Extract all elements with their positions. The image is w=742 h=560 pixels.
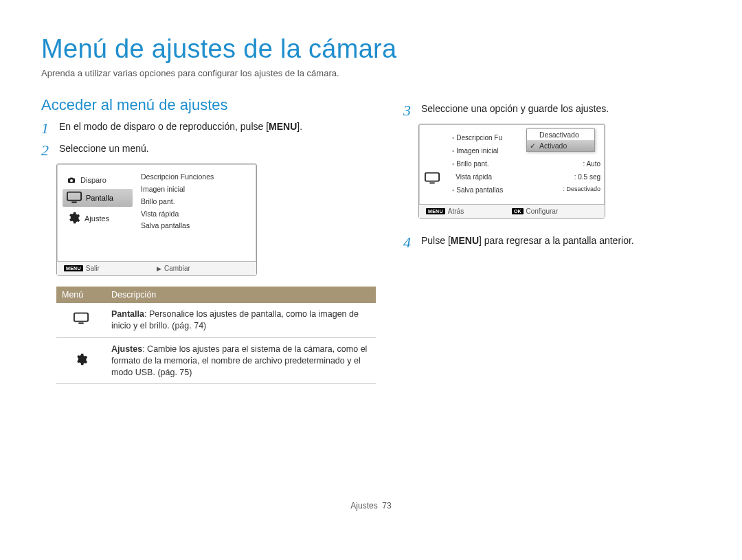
svg-rect-3 <box>78 323 83 324</box>
footer-left: Atrás <box>448 208 464 215</box>
svg-rect-0 <box>67 192 81 201</box>
setting-row: Brillo pant. <box>141 196 252 208</box>
table-row: Pantalla: Personalice los ajustes de pan… <box>56 303 376 337</box>
dropdown-option: Desactivado <box>527 129 594 140</box>
option-dropdown: Desactivado Activado <box>526 128 595 152</box>
step-2: 2 Seleccione un menú. <box>41 143 376 158</box>
ok-badge-icon: OK <box>512 208 524 214</box>
footer-left: Salir <box>86 265 100 272</box>
monitor-icon <box>74 317 89 326</box>
monitor-icon-small <box>423 170 444 186</box>
page-footer: Ajustes 73 <box>41 501 701 511</box>
setting-row: ◦ Salva pantallas: Desactivado <box>452 183 600 197</box>
svg-rect-2 <box>74 313 88 322</box>
setting-row: Vista rápida <box>141 208 252 221</box>
table-header-menu: Menú <box>56 287 106 303</box>
svg-rect-5 <box>429 182 434 183</box>
step-number: 3 <box>403 103 416 118</box>
footer-page-number: 73 <box>382 501 391 511</box>
footer-right: Cambiar <box>164 265 190 272</box>
footer-right: Configurar <box>526 208 559 215</box>
setting-row: Descripcion Funciones <box>141 171 252 183</box>
page-title: Menú de ajustes de la cámara <box>41 34 701 64</box>
table-row: Ajustes: Cambie los ajustes para el sist… <box>56 337 376 384</box>
menu-description-table: Menú Descripción Pantalla: Personalice l… <box>56 287 376 384</box>
step-2-text: Seleccione un menú. <box>59 143 149 154</box>
step-3-text: Seleccione una opción y guarde los ajust… <box>421 103 609 114</box>
svg-rect-4 <box>425 173 439 181</box>
gear-icon <box>74 359 88 368</box>
setting-row: Salva pantallas <box>141 220 252 232</box>
step-1: 1 En el modo de disparo o de reproducció… <box>41 121 376 136</box>
step-3: 3 Seleccione una opción y guarde los aju… <box>403 103 701 118</box>
menu-key: MENU <box>451 235 479 246</box>
menu-item-pantalla: Pantalla <box>63 189 133 207</box>
camera-icon <box>67 175 76 185</box>
menu-badge-icon: MENU <box>64 265 83 271</box>
step-number: 1 <box>41 121 54 136</box>
menu-key: MENU <box>269 121 297 132</box>
step-4-text-post: ] para regresar a la pantalla anterior. <box>479 235 634 246</box>
menu-item-ajustes: Ajustes <box>63 209 133 228</box>
gear-icon <box>67 211 80 226</box>
table-cell-desc: Pantalla: Personalice los ajustes de pan… <box>106 303 376 337</box>
dropdown-option-selected: Activado <box>527 140 594 151</box>
camera-menu-illustration-2: ◦ Descripcion Fu ◦ Imagen inicial ◦ Bril… <box>418 124 605 219</box>
intro-text: Aprenda a utilizar varias opciones para … <box>41 68 701 78</box>
menu-item-label: Ajustes <box>85 214 109 223</box>
play-icon: ▶ <box>157 265 161 272</box>
menu-item-label: Pantalla <box>86 194 113 202</box>
menu-badge-icon: MENU <box>426 208 445 214</box>
step-number: 2 <box>41 143 54 158</box>
table-header-desc: Descripción <box>106 287 376 303</box>
menu-item-disparo: Disparo <box>63 173 133 187</box>
step-1-text-pre: En el modo de disparo o de reproducción,… <box>59 121 269 132</box>
setting-row: Imagen inicial <box>141 183 252 196</box>
setting-row: ◦ Brillo pant.: Auto <box>452 157 600 170</box>
camera-menu-illustration-1: Disparo Pantalla Ajustes <box>56 164 257 276</box>
step-4: 4 Pulse [MENU] para regresar a la pantal… <box>403 235 701 250</box>
step-4-text-pre: Pulse [ <box>421 235 451 246</box>
row-title: Ajustes <box>111 344 142 354</box>
svg-rect-1 <box>71 201 76 203</box>
footer-section: Ajustes <box>350 501 377 511</box>
table-cell-desc: Ajustes: Cambie los ajustes para el sist… <box>106 337 376 384</box>
monitor-icon <box>67 191 82 205</box>
setting-row: Vista rápida: 0.5 seg <box>452 170 600 183</box>
menu-item-label: Disparo <box>80 176 106 184</box>
row-title: Pantalla <box>111 309 144 319</box>
row-text: : Personalice los ajustes de pantalla, c… <box>111 309 359 331</box>
row-text: : Cambie los ajustes para el sistema de … <box>111 344 367 377</box>
step-number: 4 <box>403 235 416 250</box>
section-heading: Acceder al menú de ajustes <box>41 96 376 114</box>
step-1-text-post: ]. <box>297 121 302 132</box>
